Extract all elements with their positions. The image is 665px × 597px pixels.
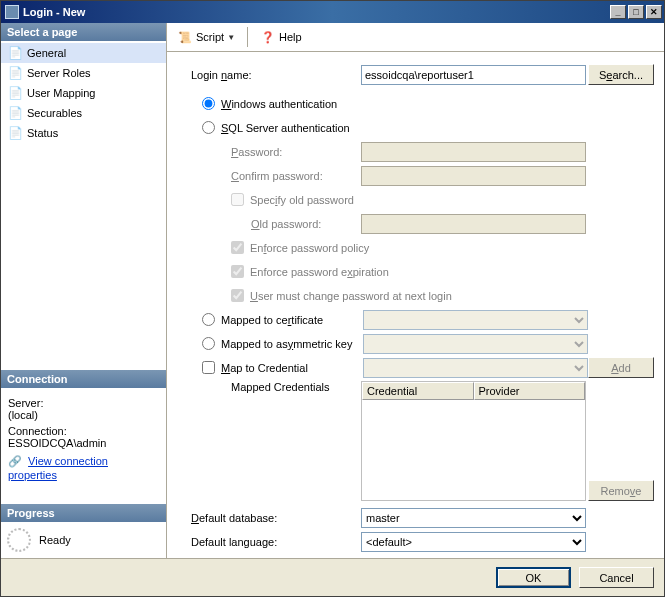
content-area: Select a page 📄 General 📄 Server Roles 📄… [1, 23, 664, 558]
enforce-policy-checkbox [231, 241, 244, 254]
password-input [361, 142, 586, 162]
help-icon: ❓ [260, 29, 276, 45]
app-icon [5, 5, 19, 19]
must-change-label: User must change password at next login [250, 290, 452, 302]
toolbar-separator [247, 27, 248, 47]
dialog-button-bar: OK Cancel [1, 558, 664, 596]
help-label: Help [279, 31, 302, 43]
help-button[interactable]: ❓ Help [256, 27, 306, 47]
progress-icon [7, 528, 31, 552]
mapped-cert-label: Mapped to certificate [221, 314, 363, 326]
asym-key-select [363, 334, 588, 354]
enforce-expiration-label: Enforce password expiration [250, 266, 389, 278]
windows-auth-label: Windows authentication [221, 98, 337, 110]
script-button[interactable]: 📜 Script ▼ [173, 27, 239, 47]
minimize-button[interactable]: _ [610, 5, 626, 19]
connection-value: ESSOIDCQA\admin [8, 437, 159, 449]
connection-header: Connection [1, 370, 166, 388]
select-page-header: Select a page [1, 23, 166, 41]
login-name-label: Login name: [191, 69, 361, 81]
map-credential-checkbox[interactable] [202, 361, 215, 374]
specify-old-password-checkbox [231, 193, 244, 206]
server-value: (local) [8, 409, 159, 421]
credential-column-header[interactable]: Credential [362, 382, 474, 400]
view-connection-properties-link[interactable]: View connection properties [8, 455, 108, 481]
connection-label: Connection: [8, 425, 159, 437]
confirm-password-label: Confirm password: [231, 170, 361, 182]
windows-auth-radio[interactable] [202, 97, 215, 110]
page-label: Server Roles [27, 67, 91, 79]
login-new-dialog: Login - New _ □ ✕ Select a page 📄 Genera… [0, 0, 665, 597]
titlebar[interactable]: Login - New _ □ ✕ [1, 1, 664, 23]
progress-body: Ready [1, 522, 166, 558]
page-icon: 📄 [7, 85, 23, 101]
sql-auth-radio[interactable] [202, 121, 215, 134]
mapped-credentials-table[interactable]: Credential Provider [361, 381, 586, 501]
page-label: Status [27, 127, 58, 139]
page-list: 📄 General 📄 Server Roles 📄 User Mapping … [1, 41, 166, 145]
page-status[interactable]: 📄 Status [1, 123, 166, 143]
page-server-roles[interactable]: 📄 Server Roles [1, 63, 166, 83]
default-database-select[interactable]: master [361, 508, 586, 528]
credential-select [363, 358, 588, 378]
old-password-label: Old password: [251, 218, 361, 230]
page-label: General [27, 47, 66, 59]
page-label: User Mapping [27, 87, 95, 99]
script-icon: 📜 [177, 29, 193, 45]
ok-button[interactable]: OK [496, 567, 571, 588]
link-icon: 🔗 [8, 455, 22, 469]
default-database-label: Default database: [191, 512, 361, 524]
general-form: Login name: Search... Windows authentica… [167, 52, 664, 558]
page-user-mapping[interactable]: 📄 User Mapping [1, 83, 166, 103]
progress-header: Progress [1, 504, 166, 522]
cancel-button[interactable]: Cancel [579, 567, 654, 588]
add-button: Add [588, 357, 654, 378]
sql-auth-label: SQL Server authentication [221, 122, 350, 134]
server-label: Server: [8, 397, 159, 409]
page-general[interactable]: 📄 General [1, 43, 166, 63]
remove-button: Remove [588, 480, 654, 501]
confirm-password-input [361, 166, 586, 186]
mapped-cert-radio[interactable] [202, 313, 215, 326]
default-language-label: Default language: [191, 536, 361, 548]
search-button[interactable]: Search... [588, 64, 654, 85]
page-icon: 📄 [7, 45, 23, 61]
close-button[interactable]: ✕ [646, 5, 662, 19]
login-name-input[interactable] [361, 65, 586, 85]
certificate-select [363, 310, 588, 330]
enforce-expiration-checkbox [231, 265, 244, 278]
window-title: Login - New [23, 6, 608, 18]
script-label: Script [196, 31, 224, 43]
password-label: Password: [231, 146, 361, 158]
progress-status: Ready [39, 534, 71, 546]
page-label: Securables [27, 107, 82, 119]
must-change-checkbox [231, 289, 244, 302]
provider-column-header[interactable]: Provider [474, 382, 586, 400]
enforce-policy-label: Enforce password policy [250, 242, 369, 254]
mapped-credentials-label: Mapped Credentials [231, 381, 361, 393]
mapped-asym-label: Mapped to asymmetric key [221, 338, 363, 350]
toolbar: 📜 Script ▼ ❓ Help [167, 23, 664, 52]
default-language-select[interactable]: <default> [361, 532, 586, 552]
page-icon: 📄 [7, 65, 23, 81]
page-securables[interactable]: 📄 Securables [1, 103, 166, 123]
map-credential-label: Map to Credential [221, 362, 363, 374]
old-password-input [361, 214, 586, 234]
maximize-button[interactable]: □ [628, 5, 644, 19]
page-icon: 📄 [7, 105, 23, 121]
specify-old-password-label: Specify old password [250, 194, 354, 206]
right-panel: 📜 Script ▼ ❓ Help Login name: Search... [167, 23, 664, 558]
mapped-asym-radio[interactable] [202, 337, 215, 350]
page-icon: 📄 [7, 125, 23, 141]
connection-info: Server: (local) Connection: ESSOIDCQA\ad… [1, 388, 166, 486]
chevron-down-icon: ▼ [227, 33, 235, 42]
left-panel: Select a page 📄 General 📄 Server Roles 📄… [1, 23, 167, 558]
